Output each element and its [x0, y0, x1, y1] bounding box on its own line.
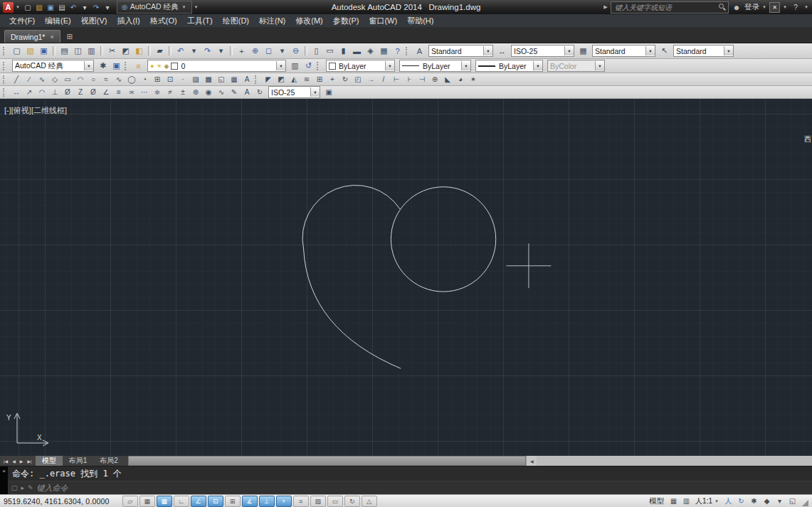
- menu-item[interactable]: 修改(M): [290, 14, 328, 27]
- tab-layout1[interactable]: 布局1: [63, 456, 94, 466]
- combo-caret-icon[interactable]: ▾: [310, 87, 320, 97]
- make-block-icon[interactable]: ⊡: [164, 74, 176, 85]
- save-workspace-icon[interactable]: ▣: [110, 60, 123, 72]
- quickcalc-icon[interactable]: ▦: [377, 45, 391, 57]
- erase-icon[interactable]: ◤: [262, 74, 275, 85]
- mirror-icon[interactable]: ◭: [288, 74, 300, 85]
- workspace-combo[interactable]: AutoCAD 经典 ▾: [12, 60, 94, 72]
- prev-tab-button[interactable]: ◀: [11, 459, 17, 464]
- combo-caret-icon[interactable]: ▾: [461, 61, 470, 70]
- statusbar-resize-grip[interactable]: [802, 500, 808, 506]
- command-input-row[interactable]: ▢ ▸ ✎ 键入命令: [8, 481, 812, 494]
- zoom-dropdown-icon[interactable]: ▾: [275, 45, 289, 57]
- layer-previous-icon[interactable]: ↺: [302, 60, 315, 72]
- exchange-caret-icon[interactable]: ▾: [782, 4, 788, 10]
- redo-icon[interactable]: ↷: [201, 45, 214, 57]
- insert-block-icon[interactable]: ⊞: [151, 74, 164, 85]
- scroll-left-button[interactable]: ◀: [526, 456, 537, 466]
- search-expand-icon[interactable]: ▶: [603, 4, 608, 10]
- lineweight-display-toggle[interactable]: ≡: [293, 496, 309, 507]
- undo-icon[interactable]: ↶: [174, 45, 187, 57]
- hatch-icon[interactable]: ▨: [189, 74, 202, 85]
- save-icon[interactable]: ▣: [37, 45, 51, 57]
- gradient-icon[interactable]: ▩: [202, 74, 215, 85]
- next-tab-button[interactable]: ▶: [19, 459, 25, 464]
- circle-icon[interactable]: ○: [87, 74, 100, 85]
- exchange-apps-icon[interactable]: ✕: [769, 2, 780, 13]
- combo-caret-icon[interactable]: ▾: [533, 61, 542, 70]
- rectangle-icon[interactable]: ▭: [61, 74, 74, 85]
- ellipse-arc-icon[interactable]: ◔: [138, 74, 151, 85]
- designcenter-icon[interactable]: ▭: [323, 45, 337, 57]
- menu-item[interactable]: 插入(I): [112, 14, 144, 27]
- model-space-button[interactable]: 模型: [647, 496, 666, 506]
- lineweight-combo[interactable]: ByLayer ▾: [475, 60, 543, 72]
- quick-view-layouts-icon[interactable]: ▦: [668, 496, 679, 506]
- dimension-text-edit-icon[interactable]: A: [241, 87, 253, 97]
- angular-dimension-icon[interactable]: ∠: [100, 87, 112, 97]
- polar-tracking-toggle[interactable]: ∠: [191, 496, 206, 507]
- zoom-window-icon[interactable]: ◻: [262, 45, 275, 57]
- help-question-icon[interactable]: ?: [790, 1, 801, 13]
- gear-icon[interactable]: ✱: [96, 60, 110, 72]
- quick-view-drawings-icon[interactable]: ▥: [681, 496, 692, 506]
- ellipse-icon[interactable]: ◯: [125, 74, 138, 85]
- layer-combo[interactable]: ● ☀ ◆ 0 ▾: [147, 60, 286, 72]
- aligned-dimension-icon[interactable]: ↗: [23, 87, 36, 97]
- text-style-combo[interactable]: Standard ▾: [428, 45, 493, 57]
- stretch-icon[interactable]: →: [364, 74, 377, 85]
- heart-left-lobe-arc[interactable]: [302, 185, 400, 249]
- tolerance-icon[interactable]: ±: [176, 87, 189, 97]
- baseline-dimension-icon[interactable]: ≍: [125, 87, 138, 97]
- menu-item[interactable]: 格式(O): [145, 14, 182, 27]
- heart-left-tail-curve[interactable]: [304, 249, 401, 368]
- menu-item[interactable]: 工具(T): [182, 14, 218, 27]
- object-color-combo[interactable]: ByLayer ▾: [326, 60, 395, 72]
- cleanscreen-icon[interactable]: ◱: [787, 496, 798, 506]
- statusbar-menu-icon[interactable]: ▾: [774, 496, 785, 506]
- app-menu-caret-icon[interactable]: ▾: [15, 4, 21, 10]
- inspection-icon[interactable]: ◉: [202, 87, 215, 97]
- command-input-hint[interactable]: 键入命令: [37, 483, 68, 493]
- chamfer-icon[interactable]: ◣: [441, 74, 454, 85]
- grid-display-toggle[interactable]: ▦: [157, 496, 172, 507]
- object-snap-toggle[interactable]: ⊡: [208, 496, 223, 507]
- ordinate-dimension-icon[interactable]: ⊥: [48, 87, 61, 97]
- file-tab-drawing1[interactable]: Drawing1* ×: [4, 30, 60, 43]
- toolbar-grip[interactable]: [255, 75, 259, 84]
- layer-combo-caret-icon[interactable]: ▾: [276, 61, 285, 70]
- menu-item[interactable]: 标注(N): [254, 14, 290, 27]
- break-at-point-icon[interactable]: ⊦: [403, 74, 416, 85]
- pan-icon[interactable]: +: [235, 45, 248, 57]
- linear-dimension-icon[interactable]: ↔: [10, 87, 23, 97]
- fillet-icon[interactable]: ◕: [454, 74, 467, 85]
- explode-icon[interactable]: ✶: [467, 74, 480, 85]
- combo-caret-icon[interactable]: ▾: [724, 46, 733, 55]
- workspace-switcher[interactable]: ◎ AutoCAD 经典 ▾: [117, 1, 192, 14]
- menu-item[interactable]: 窗口(W): [364, 14, 402, 27]
- arc-icon[interactable]: ◠: [74, 74, 87, 85]
- jogged-linear-icon[interactable]: ∿: [215, 87, 228, 97]
- table-icon[interactable]: ▦: [228, 74, 241, 85]
- properties-icon[interactable]: ▯: [310, 45, 323, 57]
- last-tab-button[interactable]: ▶|: [26, 459, 33, 464]
- layer-on-icon[interactable]: ●: [150, 63, 154, 70]
- zoom-previous-icon[interactable]: ⊖: [289, 45, 302, 57]
- menu-item[interactable]: 文件(F): [4, 14, 40, 27]
- signin-person-icon[interactable]: ☻: [731, 1, 742, 13]
- trim-icon[interactable]: /: [377, 74, 390, 85]
- qat-plot-icon[interactable]: ▤: [56, 1, 68, 13]
- toolbar-grip[interactable]: [406, 47, 410, 55]
- region-icon[interactable]: ◱: [215, 74, 228, 85]
- annotation-monitor-toggle[interactable]: △: [362, 496, 377, 507]
- menu-item[interactable]: 绘图(D): [218, 14, 254, 27]
- quick-dimension-icon[interactable]: ≡: [112, 87, 125, 97]
- menu-item[interactable]: 视图(V): [76, 14, 112, 27]
- plot-icon[interactable]: ▤: [58, 45, 71, 57]
- autocad-logo-icon[interactable]: A: [3, 2, 14, 13]
- toolbar-grip[interactable]: [3, 88, 7, 97]
- point-icon[interactable]: ·: [176, 74, 189, 85]
- redo-dropdown-icon[interactable]: ▾: [214, 45, 228, 57]
- paste-icon[interactable]: ◧: [132, 45, 146, 57]
- diameter-dimension-icon[interactable]: Ø: [87, 87, 100, 97]
